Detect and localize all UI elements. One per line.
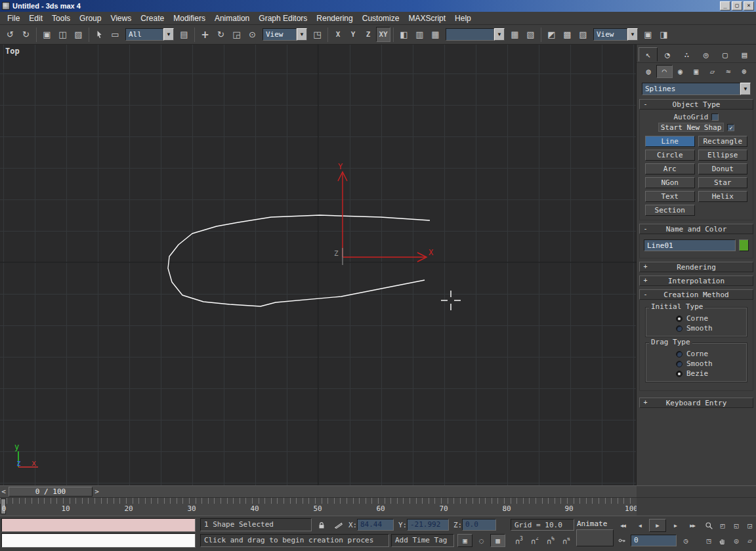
restrict-xy-plane-button[interactable]: XY: [376, 27, 390, 42]
percent-snap-toggle[interactable]: ∩%: [543, 534, 558, 547]
drag-type-bezier-radio[interactable]: [676, 371, 682, 377]
animate-button[interactable]: [576, 529, 614, 546]
time-slider[interactable]: < 0 / 100 >: [0, 485, 637, 497]
previous-frame-button[interactable]: ◀: [632, 519, 648, 532]
select-object-button[interactable]: [92, 27, 107, 42]
menu-maxscript[interactable]: MAXScript: [404, 12, 450, 24]
rollout-rendering[interactable]: + Rendering: [639, 262, 753, 272]
chevron-down-icon[interactable]: ▼: [297, 28, 307, 41]
material-editor-button[interactable]: ◩: [544, 27, 559, 42]
object-color-swatch[interactable]: [739, 239, 749, 251]
render-type-dropdown[interactable]: View ▼: [593, 28, 638, 41]
set-key-button[interactable]: [615, 534, 629, 547]
menu-rendering[interactable]: Rendering: [312, 12, 357, 24]
tab-hierarchy[interactable]: ∴: [677, 47, 696, 62]
menu-customize[interactable]: Customize: [358, 12, 404, 24]
y-coord-field[interactable]: -21.992: [407, 519, 449, 531]
select-and-move-button[interactable]: +: [198, 27, 213, 42]
degradation-override-toggle[interactable]: ▣: [457, 534, 472, 547]
select-by-name-button[interactable]: ▤: [177, 27, 192, 42]
rollout-creation-method[interactable]: - Creation Method: [639, 289, 753, 300]
viewport-top[interactable]: Top X Y Z y z: [0, 45, 637, 485]
track-view-button[interactable]: ▦: [507, 27, 522, 42]
menu-create[interactable]: Create: [136, 12, 169, 24]
category-cameras[interactable]: ▣: [688, 65, 704, 78]
chevron-down-icon[interactable]: ▼: [627, 28, 638, 41]
zoom-all-button[interactable]: ◰: [716, 519, 729, 532]
render-last-button[interactable]: ▨: [576, 27, 591, 42]
time-configuration-button[interactable]: ◷: [679, 534, 693, 547]
angle-snap-toggle[interactable]: ∩∠: [528, 534, 542, 547]
chevron-down-icon[interactable]: ▼: [740, 83, 751, 95]
snap-cube-toggle[interactable]: ▩: [490, 534, 505, 547]
arc-rotate-button[interactable]: ◎: [730, 534, 743, 547]
macro-recorder-pane[interactable]: [1, 518, 196, 532]
start-new-shape-checkbox[interactable]: ✓: [727, 124, 734, 131]
selection-filter-dropdown[interactable]: All ▼: [125, 28, 174, 41]
redo-button[interactable]: ↻: [18, 27, 33, 42]
category-helpers[interactable]: ▱: [704, 65, 720, 78]
chevron-down-icon[interactable]: ▼: [494, 28, 505, 41]
time-slider-right-arrow[interactable]: >: [93, 487, 100, 497]
initial-type-smooth-radio[interactable]: [676, 325, 682, 332]
quick-render-button[interactable]: ▣: [640, 27, 656, 42]
time-slider-handle[interactable]: 0 / 100: [9, 487, 93, 497]
unlink-selection-button[interactable]: ◫: [55, 27, 70, 42]
rollout-object-type[interactable]: - Object Type: [639, 99, 753, 110]
menu-file[interactable]: File: [3, 12, 24, 24]
rollout-name-and-color[interactable]: - Name and Color: [639, 224, 753, 234]
render-scene-button[interactable]: ▩: [560, 27, 575, 42]
play-button[interactable]: ▶: [649, 519, 666, 532]
drag-type-smooth-radio[interactable]: [676, 361, 682, 367]
drag-type-corner-radio[interactable]: [676, 351, 682, 357]
reference-coordinate-dropdown[interactable]: View ▼: [262, 28, 307, 41]
snap-toggle-3d[interactable]: ∩3: [512, 534, 526, 547]
add-time-tag-button[interactable]: Add Time Tag: [391, 534, 454, 547]
select-and-manipulate-button[interactable]: ◳: [310, 27, 325, 42]
next-frame-button[interactable]: ▶: [667, 519, 683, 532]
shape-subcategory-dropdown[interactable]: Splines ▼: [642, 83, 751, 95]
rollout-interpolation[interactable]: + Interpolation: [639, 276, 753, 286]
selection-region-button[interactable]: ▭: [108, 27, 123, 42]
shape-button-donut[interactable]: Donut: [698, 163, 748, 174]
shape-button-circle[interactable]: Circle: [645, 150, 695, 161]
x-coord-field[interactable]: 84.44: [357, 519, 394, 531]
select-and-scale-button[interactable]: ◲: [229, 27, 244, 42]
go-to-end-button[interactable]: ▶▶: [684, 519, 700, 532]
shape-button-line[interactable]: Line: [645, 136, 695, 147]
tab-motion[interactable]: ◎: [696, 47, 715, 62]
tab-display[interactable]: ▢: [715, 47, 734, 62]
rollout-keyboard-entry[interactable]: + Keyboard Entry: [639, 398, 753, 408]
zoom-button[interactable]: [702, 519, 715, 532]
select-and-rotate-button[interactable]: ↻: [213, 27, 228, 42]
start-new-shape-button[interactable]: Start New Shap: [658, 123, 724, 132]
shape-button-star[interactable]: Star: [698, 177, 748, 188]
close-button[interactable]: ×: [744, 1, 754, 10]
use-pivot-center-button[interactable]: ⊙: [245, 27, 260, 42]
object-name-input[interactable]: Line01: [644, 239, 736, 251]
shape-button-rectangle[interactable]: Rectangle: [698, 136, 748, 147]
selection-lock-toggle[interactable]: [315, 519, 328, 531]
array-button[interactable]: ▦: [428, 27, 443, 42]
absolute-relative-coords-toggle[interactable]: [331, 519, 346, 531]
chevron-down-icon[interactable]: ▼: [163, 28, 174, 41]
current-frame-field[interactable]: 0: [631, 535, 677, 546]
category-shapes[interactable]: ◠: [656, 65, 672, 78]
initial-type-corner-radio[interactable]: [676, 316, 682, 322]
crossing-selection-toggle[interactable]: ◌: [474, 534, 489, 547]
menu-help[interactable]: Help: [450, 12, 476, 24]
time-slider-left-arrow[interactable]: <: [0, 487, 7, 497]
render-region-button[interactable]: ◨: [656, 27, 671, 42]
named-selection-sets-dropdown[interactable]: ▼: [446, 28, 505, 41]
bind-to-space-warp-button[interactable]: ▨: [71, 27, 86, 42]
zoom-extents-all-button[interactable]: ◲: [744, 519, 756, 532]
shape-button-arc[interactable]: Arc: [645, 163, 695, 174]
shape-button-section[interactable]: Section: [645, 205, 695, 216]
mirror-button[interactable]: ◧: [396, 27, 411, 42]
spinner-snap-toggle[interactable]: ∩⇅: [559, 534, 574, 547]
maxscript-listener-pane[interactable]: [1, 533, 196, 548]
tab-create[interactable]: ↖: [639, 47, 658, 62]
restrict-x-button[interactable]: X: [331, 27, 345, 42]
menu-modifiers[interactable]: Modifiers: [169, 12, 210, 24]
menu-graph-editors[interactable]: Graph Editors: [254, 12, 312, 24]
